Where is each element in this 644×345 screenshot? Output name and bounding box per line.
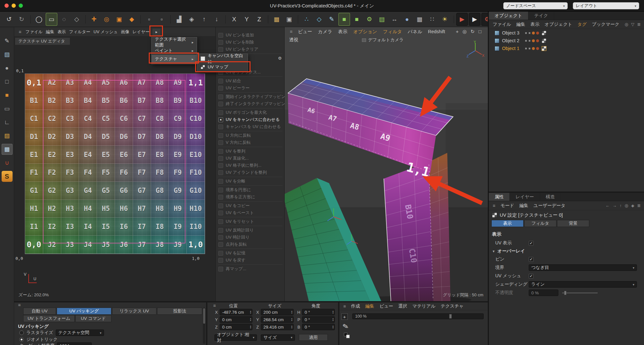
uv-command-item[interactable]: UV を整列	[216, 148, 284, 155]
visibility-dot[interactable]	[532, 47, 535, 50]
layer-square[interactable]	[528, 47, 531, 50]
x-axis-lock[interactable]: X	[228, 13, 240, 26]
visibility-dot[interactable]	[536, 32, 539, 34]
attribute-menu-item-0[interactable]: モード	[498, 203, 517, 209]
uv-command-item[interactable]: UV アイランドを整列	[216, 169, 284, 176]
viewport-menu-item-0[interactable]: ビュー	[295, 29, 315, 35]
uv-command-item[interactable]: キャンバスを UV に合わせる	[216, 123, 284, 130]
marquee-a-icon[interactable]: ▫	[143, 13, 155, 26]
coordinate-input[interactable]: 268.54 cm▴▾	[261, 316, 294, 323]
light-icon[interactable]: ☀	[439, 13, 450, 26]
object-menu-item-0[interactable]: ファイル	[490, 22, 514, 27]
axis-swap-icon[interactable]: ↔	[389, 13, 400, 26]
attribute-manager-tab-1[interactable]: レイヤー	[510, 193, 540, 201]
coordinate-mode-dropdown[interactable]: オブジェクト:相対 ▾	[214, 334, 257, 341]
material-menu-item-5[interactable]: テクスチャ	[438, 303, 466, 309]
uv-command-item[interactable]: UV をリセット	[216, 218, 284, 225]
uv-command-item[interactable]: UV 反時計回り	[216, 227, 284, 234]
cylinder-projection-tool[interactable]: □	[2, 76, 13, 87]
z-axis-lock[interactable]: Z	[253, 13, 265, 26]
boundary-dropdown[interactable]: つなぎ目 ▾	[529, 264, 637, 271]
edge-mode-icon[interactable]: ◇	[313, 13, 325, 26]
lock-icon[interactable]: ◈	[631, 203, 634, 208]
uv-command-item[interactable]: UV を記憶	[216, 250, 284, 257]
panel-menu-icon[interactable]: ≡	[341, 304, 348, 309]
coordinate-input[interactable]: 29.416 cm▴▾	[261, 324, 294, 330]
attribute-menu-item-2[interactable]: ユーザーデータ	[531, 203, 568, 209]
visibility-dot[interactable]	[532, 39, 535, 42]
menu-icon[interactable]: ≣	[637, 203, 641, 208]
uv-command-item[interactable]: 終了インタラクティブマッピング	[216, 100, 284, 107]
size-mode-dropdown[interactable]: サイズ ▾	[261, 334, 295, 341]
uv-command-item[interactable]: UV ピンをクリア	[216, 46, 284, 53]
coordinate-input[interactable]: 0 °▴▾	[302, 309, 335, 315]
uv-command-item[interactable]: U 方向に反転	[216, 132, 284, 139]
points-mode-icon[interactable]: ∴	[301, 13, 312, 26]
object-row[interactable]: Object 3	[489, 29, 644, 37]
slider-thumb[interactable]	[449, 314, 452, 319]
instances-icon[interactable]: ▤	[376, 13, 388, 26]
uv-tools-tab-1[interactable]: UV パッキング	[57, 308, 111, 315]
visibility-dot[interactable]	[536, 47, 539, 50]
opacity-field[interactable]: 0 %	[529, 290, 558, 296]
uv-command-item[interactable]: 境界を正方形に	[216, 193, 284, 201]
layer-square[interactable]	[525, 32, 527, 34]
material-menu-item-1[interactable]: 編集	[363, 303, 377, 309]
rectangle-selection-tool[interactable]: ▭	[46, 13, 57, 26]
viewport-scene[interactable]: A6 A7 A8 A9 1,1 B10 C10	[285, 27, 488, 301]
object-manager-tab-0[interactable]: オブジェクト	[489, 12, 528, 20]
uv-menu-item-4[interactable]: UV メッシュ	[92, 29, 119, 35]
uv-tools-tab-2[interactable]: リラックス UV	[112, 308, 156, 315]
uv-mapping-tool[interactable]: ▩	[2, 144, 13, 155]
uv-command-item[interactable]: 点列を反転	[216, 241, 284, 248]
layer-square[interactable]	[528, 32, 531, 34]
pin-checkbox[interactable]: ✓	[529, 257, 534, 262]
panel-menu-icon[interactable]: ≡	[287, 29, 295, 34]
layer-opacity-slider[interactable]: 100 %	[352, 313, 484, 319]
camera-selector[interactable]: デフォルトカメラ	[362, 37, 404, 43]
viewport-menu-item-1[interactable]: カメラ	[315, 29, 335, 35]
uv-menu-item-6[interactable]: レイヤー	[131, 29, 151, 35]
color-chips[interactable]	[344, 333, 352, 339]
object-menu-item-2[interactable]: 表示	[528, 22, 542, 27]
maximize-view-icon[interactable]: □	[478, 29, 481, 34]
object-menu-item-1[interactable]: 編集	[514, 22, 528, 27]
material-menu-item-3[interactable]: 選択	[396, 303, 410, 309]
zoom-view-icon[interactable]: ◎	[462, 29, 467, 34]
uv-command-item[interactable]: 再マップ...	[216, 265, 284, 272]
uv-command-item[interactable]: 境界を円形に	[216, 186, 284, 193]
uv-command-item[interactable]: UV を分離	[216, 178, 284, 185]
viewport-capture-icon[interactable]: ▣	[283, 13, 295, 26]
attribute-subtab-0[interactable]: 表示	[491, 220, 524, 227]
uv-command-item[interactable]: UV ポリゴンを最大化	[216, 109, 284, 116]
layer-square[interactable]	[525, 40, 527, 42]
uv-command-item[interactable]: UV をペースト	[216, 209, 284, 216]
uv-command-item[interactable]: V 方向に反転	[216, 139, 284, 146]
bodypaint-badge[interactable]: S	[2, 171, 13, 182]
apply-button[interactable]: 適用	[299, 334, 328, 341]
visibility-dot[interactable]	[532, 32, 535, 34]
search-icon[interactable]: ◎	[625, 203, 628, 208]
texture-tag[interactable]	[542, 31, 546, 35]
uv-menu-item-2[interactable]: 表示	[56, 29, 67, 35]
polygon-pen-icon[interactable]: ✎	[326, 13, 337, 26]
lasso-selection-tool[interactable]: ◌	[58, 13, 70, 26]
uv-menu-item-5[interactable]: 画像	[119, 29, 131, 35]
axis-lock-tool[interactable]: ◆	[126, 13, 137, 26]
rotate-view-icon[interactable]: ↻	[470, 29, 475, 34]
polygon-selection-tool[interactable]: ◇	[71, 13, 82, 26]
object-row[interactable]: Object 2	[489, 37, 644, 44]
coordinate-input[interactable]: 0 cm▴▾	[220, 324, 252, 330]
coordinate-input[interactable]: 0 cm▴▾	[220, 316, 252, 323]
attribute-menu-item-1[interactable]: 編集	[517, 203, 531, 209]
live-selection-tool[interactable]: ◯	[33, 13, 45, 26]
menu-overflow-button[interactable]: ▸	[152, 28, 161, 36]
attribute-manager-tab-0[interactable]: 属性	[489, 193, 510, 201]
overlay-section-header[interactable]: ▼ オーバーレイ	[489, 247, 644, 255]
material-menu-item-4[interactable]: マテリアル	[410, 303, 438, 309]
uv-edit-tool[interactable]: ▧	[2, 49, 13, 60]
uv-command-item[interactable]: UV ピンを追加	[216, 32, 284, 39]
overflow-menu-item-0[interactable]: テクスチャ選択範囲▸	[152, 38, 197, 46]
uv-tools-tab-3[interactable]: 投影法	[157, 308, 202, 315]
material-menu-item-0[interactable]: 作成	[348, 303, 363, 309]
